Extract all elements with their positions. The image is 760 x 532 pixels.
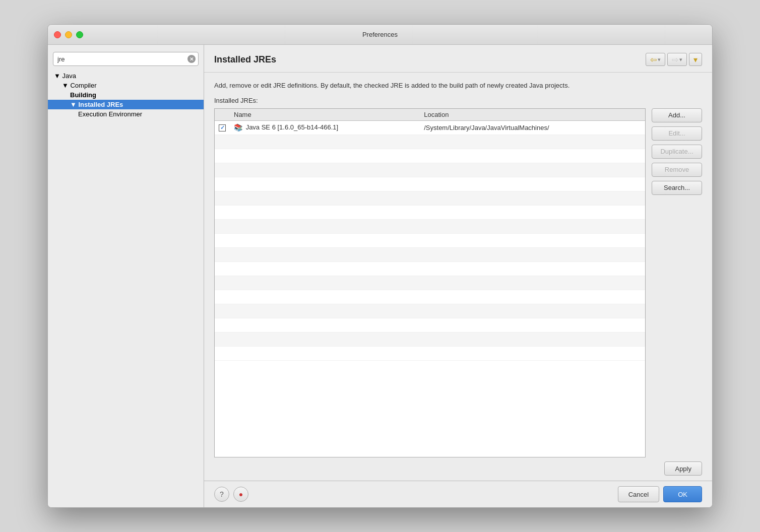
sidebar-item-compiler[interactable]: ▼ Compiler: [48, 81, 204, 90]
row-checkbox[interactable]: ✓: [219, 124, 226, 131]
apply-row: Apply: [204, 457, 712, 481]
row-name: 📚 Java SE 6 [1.6.0_65-b14-466.1]: [230, 120, 420, 135]
search-button[interactable]: Search...: [652, 181, 702, 195]
installed-jres-label: ▼ Installed JREs: [70, 101, 123, 108]
table-row-empty-15: [215, 332, 645, 346]
table-row-empty-13: [215, 304, 645, 318]
side-buttons: Add... Edit... Duplicate... Remove Searc…: [652, 108, 702, 458]
table-row-empty-12: [215, 290, 645, 304]
search-wrapper: ✕: [53, 52, 199, 66]
table-row-empty-2: [215, 149, 645, 163]
bottom-right-buttons: Cancel OK: [618, 486, 702, 502]
sidebar: ✕ ▼ Java ▼ Compiler Building ▼ Installed…: [48, 45, 204, 507]
row-checkbox-cell[interactable]: ✓: [215, 120, 230, 135]
record-button[interactable]: ●: [233, 487, 248, 502]
table-row-empty-1: [215, 135, 645, 149]
title-bar: Preferences: [48, 25, 712, 45]
table-row-empty-6: [215, 205, 645, 219]
java-label: ▼ Java: [54, 72, 76, 80]
table-row-empty-3: [215, 163, 645, 177]
building-label: Building: [70, 91, 96, 99]
table-row-empty-11: [215, 276, 645, 290]
table-row-empty-16: [215, 346, 645, 360]
forward-arrow-icon: ⇨: [672, 55, 678, 64]
table-row-empty-4: [215, 177, 645, 191]
record-icon: ●: [239, 490, 243, 498]
menu-button[interactable]: ▾: [689, 53, 702, 66]
sidebar-item-java[interactable]: ▼ Java: [48, 71, 204, 81]
minimize-button[interactable]: [65, 31, 72, 38]
help-icon: ?: [220, 490, 224, 498]
panel-description: Add, remove or edit JRE definitions. By …: [204, 73, 712, 97]
nav-buttons: ⇦ ▾ ⇨ ▾ ▾: [646, 53, 702, 66]
jre-name-text: Java SE 6 [1.6.0_65-b14-466.1]: [246, 123, 339, 131]
table-row-empty-14: [215, 318, 645, 332]
sidebar-item-execution-environments[interactable]: Execution Environmer: [48, 109, 204, 119]
table-row-empty-7: [215, 219, 645, 233]
cancel-button[interactable]: Cancel: [618, 486, 659, 502]
back-button[interactable]: ⇦ ▾: [646, 53, 665, 66]
jre-icon: 📚: [234, 123, 242, 131]
close-button[interactable]: [54, 31, 61, 38]
table-row-empty-10: [215, 261, 645, 276]
forward-dropdown-icon[interactable]: ▾: [679, 56, 682, 63]
window-title: Preferences: [362, 31, 398, 38]
jre-table: Name Location ✓ 📚 Java: [215, 109, 645, 361]
traffic-lights: [54, 31, 83, 38]
search-container: ✕: [48, 49, 204, 71]
remove-button[interactable]: Remove: [652, 163, 702, 177]
bottom-bar: ? ● Cancel OK: [204, 481, 712, 507]
table-section: Name Location ✓ 📚 Java: [204, 108, 712, 458]
bottom-left-buttons: ? ●: [214, 487, 248, 502]
preferences-window: Preferences ✕ ▼ Java ▼ Compiler Building…: [47, 24, 713, 508]
table-row-empty-5: [215, 191, 645, 205]
search-clear-button[interactable]: ✕: [187, 55, 196, 63]
table-row-empty-9: [215, 247, 645, 261]
add-button[interactable]: Add...: [652, 108, 702, 122]
panel-title: Installed JREs: [214, 54, 276, 65]
menu-dropdown-icon: ▾: [693, 55, 698, 64]
search-input[interactable]: [53, 52, 199, 66]
col-header-name: Name: [230, 109, 420, 121]
col-header-check: [215, 109, 230, 121]
maximize-button[interactable]: [76, 31, 83, 38]
compiler-label: ▼ Compiler: [62, 82, 97, 89]
back-arrow-icon: ⇦: [650, 55, 657, 64]
table-row[interactable]: ✓ 📚 Java SE 6 [1.6.0_65-b14-466.1] /Syst…: [215, 120, 645, 135]
installed-jres-section-label: Installed JREs:: [204, 97, 712, 108]
help-button[interactable]: ?: [214, 487, 229, 502]
back-dropdown-icon[interactable]: ▾: [658, 56, 661, 63]
col-header-location: Location: [420, 109, 645, 121]
jre-table-container: Name Location ✓ 📚 Java: [214, 108, 646, 458]
table-row-empty-8: [215, 233, 645, 247]
sidebar-item-installed-jres[interactable]: ▼ Installed JREs: [48, 100, 204, 109]
panel-header: Installed JREs ⇦ ▾ ⇨ ▾ ▾: [204, 45, 712, 73]
sidebar-item-building[interactable]: Building: [48, 90, 204, 100]
edit-button[interactable]: Edit...: [652, 126, 702, 141]
exec-env-label: Execution Environmer: [78, 110, 142, 118]
ok-button[interactable]: OK: [663, 486, 702, 502]
forward-button[interactable]: ⇨ ▾: [667, 53, 687, 66]
right-panel: Installed JREs ⇦ ▾ ⇨ ▾ ▾ Add, remov: [204, 45, 712, 507]
main-content: ✕ ▼ Java ▼ Compiler Building ▼ Installed…: [48, 45, 712, 507]
duplicate-button[interactable]: Duplicate...: [652, 145, 702, 159]
apply-button[interactable]: Apply: [664, 461, 702, 476]
row-location: /System/Library/Java/JavaVirtualMachines…: [420, 120, 645, 135]
